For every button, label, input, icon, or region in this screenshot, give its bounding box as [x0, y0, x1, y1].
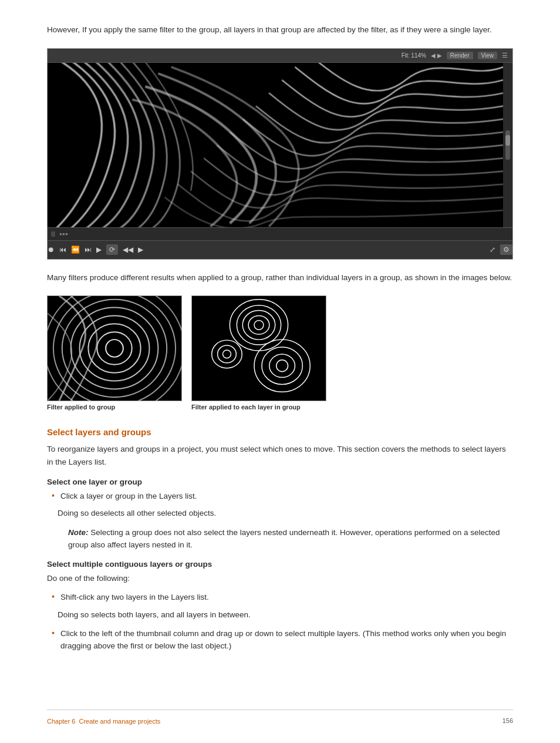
loop-button[interactable]: ⟳ — [106, 244, 118, 255]
left-image-block: Filter applied to group — [47, 295, 182, 411]
svg-rect-10 — [192, 296, 326, 401]
chapter-label: Chapter 6 Create and manage projects — [47, 718, 160, 725]
doing-so-1: Doing so deselects all other selected ob… — [58, 507, 513, 520]
page-number: 156 — [502, 717, 513, 724]
playback-controls: ⏺ ⏮ ⏪ ⏭ ▶ ⟳ ◀◀ ▶ ⤢ ⚙ — [48, 240, 512, 259]
zoom-fit-button[interactable]: ⤢ — [490, 246, 495, 254]
do-one-of: Do one of the following: — [47, 572, 513, 585]
doing-so-2: Doing so selects both layers, and all la… — [58, 608, 513, 621]
note-text: Note: Selecting a group does not also se… — [68, 526, 513, 552]
section-heading: Select layers and groups — [47, 427, 513, 437]
audio-button[interactable]: ◀◀ — [123, 246, 133, 254]
step-forward-button[interactable]: ⏭ — [85, 246, 92, 254]
play-button[interactable]: ▶ — [96, 246, 102, 254]
main-screenshot: Fit: 114% ◀ ▶ Render View ☰ — [47, 48, 513, 260]
note-content: Selecting a group does not also select t… — [68, 528, 500, 550]
chapter-link[interactable]: Create and manage projects — [79, 718, 160, 725]
video-canvas — [48, 63, 503, 227]
fit-label: Fit: 114% — [402, 52, 426, 59]
bullet-dot-3: ▪ — [52, 628, 55, 637]
note-label: Note: — [68, 528, 89, 537]
left-caption: Filter applied to group — [47, 404, 182, 411]
next-button[interactable]: ▶ — [138, 246, 143, 254]
bullet-item-2: ▪ Shift-click any two layers in the Laye… — [47, 591, 513, 604]
settings-button[interactable]: ⚙ — [500, 244, 512, 255]
intro-paragraph: However, If you apply the same filter to… — [47, 23, 513, 36]
rewind-button[interactable]: ⏮ — [59, 246, 66, 254]
comparison-images: Filter applied to group — [47, 295, 513, 411]
record-button[interactable]: ⏺ — [48, 246, 55, 254]
bullet-dot-1: ▪ — [52, 490, 55, 500]
view-button[interactable]: View — [478, 52, 498, 59]
bullet-text-2: Shift-click any two layers in the Layers… — [60, 591, 209, 604]
right-image-block: Filter applied to each layer in group — [191, 295, 326, 411]
timeline-area: ||| ▸▸▸ — [48, 227, 512, 240]
section-intro: To reorganize layers and groups in a pro… — [47, 443, 513, 469]
video-toolbar: Fit: 114% ◀ ▶ Render View ☰ — [48, 49, 512, 63]
sub-heading-1: Select one layer or group — [47, 478, 513, 486]
paragraph2: Many filters produce different results w… — [47, 271, 513, 284]
bullet-dot-2: ▪ — [52, 591, 55, 601]
left-image — [47, 295, 182, 401]
svg-rect-0 — [48, 63, 503, 227]
bullet-text-3: Click to the left of the thumbnail colum… — [60, 627, 513, 653]
right-image — [191, 295, 326, 401]
render-button[interactable]: Render — [447, 52, 473, 59]
sub-heading-2: Select multiple contiguous layers or gro… — [47, 560, 513, 569]
footer: Chapter 6 Create and manage projects 156 — [47, 710, 513, 725]
bullet-item-3: ▪ Click to the left of the thumbnail col… — [47, 627, 513, 653]
footer-chapter-info: Chapter 6 Create and manage projects — [47, 716, 160, 725]
bullet-text-1: Click a layer or group in the Layers lis… — [60, 490, 197, 503]
right-caption: Filter applied to each layer in group — [191, 404, 326, 411]
bullet-item-1: ▪ Click a layer or group in the Layers l… — [47, 490, 513, 503]
step-back-button[interactable]: ⏪ — [71, 246, 80, 254]
